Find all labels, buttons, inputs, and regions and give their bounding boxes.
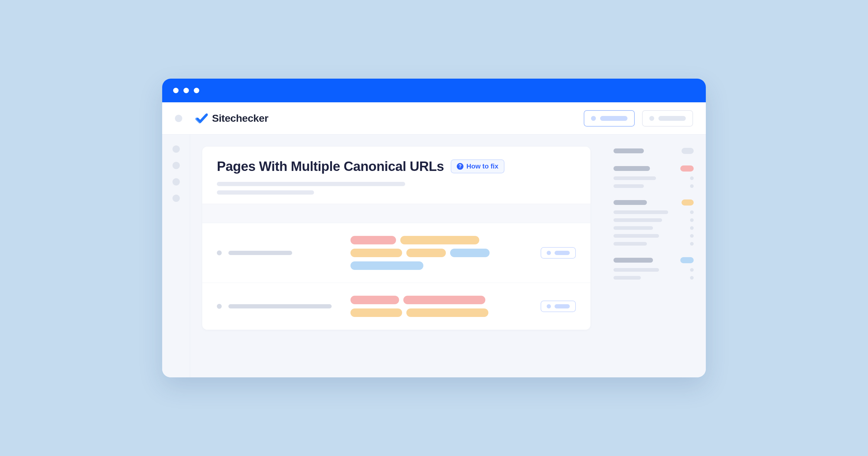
aside-item[interactable] (614, 276, 694, 280)
aside-item-label (614, 268, 659, 272)
main-column: Pages With Multiple Canonical URLs ? How… (190, 134, 602, 378)
tag[interactable] (350, 236, 396, 245)
sidebar-right (602, 134, 706, 378)
page-title: Pages With Multiple Canonical URLs (217, 159, 444, 174)
app-body: Pages With Multiple Canonical URLs ? How… (162, 134, 706, 378)
nav-rail (162, 134, 190, 378)
placeholder-icon (591, 116, 596, 121)
aside-section (614, 257, 694, 280)
window-control-dot[interactable] (194, 88, 199, 93)
aside-count-chip (682, 199, 694, 205)
header-primary-button[interactable] (584, 110, 635, 127)
aside-item[interactable] (614, 242, 694, 246)
tag[interactable] (406, 308, 488, 317)
sitechecker-logo-icon (195, 112, 208, 125)
tag[interactable] (406, 249, 446, 257)
aside-item-count (690, 218, 694, 222)
aside-item-label (614, 234, 659, 238)
placeholder-label (555, 251, 570, 255)
window-control-dot[interactable] (173, 88, 179, 93)
aside-item[interactable] (614, 234, 694, 238)
aside-item-count (690, 176, 694, 180)
row-action-button[interactable] (540, 247, 576, 259)
nav-rail-item[interactable] (173, 162, 180, 169)
aside-item-label (614, 242, 647, 246)
tag[interactable] (403, 296, 485, 304)
row-status-icon (217, 304, 222, 309)
aside-item-count (690, 234, 694, 238)
aside-item[interactable] (614, 268, 694, 272)
aside-item-label (614, 218, 662, 222)
placeholder-icon (547, 251, 551, 255)
tag[interactable] (350, 296, 399, 304)
app-window: Sitechecker Pages With Multiple Canon (162, 78, 706, 378)
row-status-icon (217, 251, 222, 255)
aside-heading-placeholder (614, 149, 644, 153)
aside-item-label (614, 276, 641, 280)
aside-count-chip (680, 165, 694, 171)
placeholder-label (555, 304, 570, 308)
tag[interactable] (400, 236, 479, 245)
aside-item[interactable] (614, 184, 694, 188)
table-row (202, 223, 590, 283)
aside-section (614, 165, 694, 188)
menu-toggle-icon[interactable] (175, 115, 182, 122)
aside-count-chip (680, 257, 694, 263)
aside-item-label (614, 184, 644, 188)
aside-item-label (614, 176, 656, 180)
card-toolbar (202, 204, 590, 223)
nav-rail-item[interactable] (173, 178, 180, 186)
issue-card: Pages With Multiple Canonical URLs ? How… (202, 146, 590, 330)
header-secondary-button[interactable] (642, 110, 693, 127)
aside-section (614, 148, 694, 154)
row-tags (350, 236, 528, 270)
aside-item[interactable] (614, 218, 694, 222)
nav-rail-item[interactable] (173, 195, 180, 202)
aside-item[interactable] (614, 176, 694, 180)
tag[interactable] (450, 249, 490, 257)
tag[interactable] (350, 308, 402, 317)
aside-item-count (690, 276, 694, 280)
tag[interactable] (350, 249, 402, 257)
row-tags (350, 296, 528, 317)
table-row (202, 283, 590, 330)
row-url-placeholder[interactable] (228, 304, 332, 308)
aside-item-count (690, 242, 694, 246)
aside-count-chip (682, 148, 694, 154)
placeholder-icon (649, 116, 654, 121)
card-header: Pages With Multiple Canonical URLs ? How… (202, 146, 590, 204)
aside-item-label (614, 226, 653, 230)
help-icon: ? (457, 163, 463, 170)
window-titlebar (162, 78, 706, 102)
how-to-fix-button[interactable]: ? How to fix (451, 159, 504, 173)
how-to-fix-label: How to fix (466, 162, 498, 170)
window-control-dot[interactable] (183, 88, 189, 93)
app-header: Sitechecker (162, 102, 706, 134)
aside-item-count (690, 226, 694, 230)
aside-item-label (614, 210, 668, 214)
placeholder-line (217, 182, 405, 186)
placeholder-line (217, 190, 314, 195)
nav-rail-item[interactable] (173, 145, 180, 153)
row-url-placeholder[interactable] (228, 251, 292, 255)
brand-name: Sitechecker (212, 112, 268, 124)
aside-section (614, 199, 694, 246)
aside-item-count (690, 210, 694, 214)
aside-heading-placeholder (614, 166, 650, 171)
tag[interactable] (350, 261, 423, 270)
aside-heading-placeholder (614, 258, 653, 263)
aside-item-count (690, 268, 694, 272)
aside-item-count (690, 184, 694, 188)
row-action-button[interactable] (540, 300, 576, 312)
placeholder-label (658, 116, 686, 121)
aside-heading-placeholder (614, 200, 647, 205)
description-placeholder (217, 182, 576, 195)
aside-item[interactable] (614, 226, 694, 230)
placeholder-icon (547, 304, 551, 308)
brand[interactable]: Sitechecker (195, 112, 268, 125)
placeholder-label (600, 116, 627, 121)
aside-item[interactable] (614, 210, 694, 214)
